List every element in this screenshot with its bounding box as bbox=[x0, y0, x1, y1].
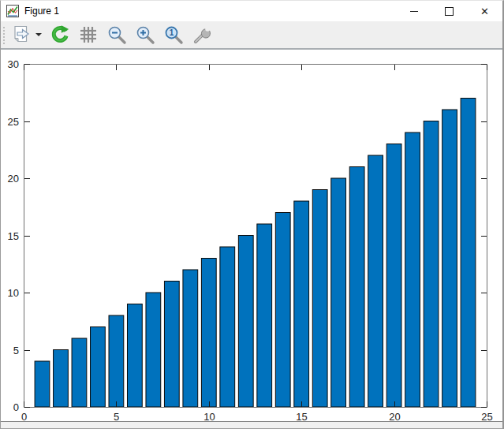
y-tick-label: 5 bbox=[13, 345, 19, 356]
bar bbox=[275, 213, 290, 408]
refresh-icon bbox=[50, 24, 70, 45]
status-bar bbox=[1, 421, 502, 428]
bar bbox=[442, 110, 457, 407]
bar bbox=[127, 304, 142, 408]
dropdown-caret-icon bbox=[35, 33, 42, 36]
bar-series bbox=[35, 99, 476, 408]
bar bbox=[146, 293, 161, 407]
bar bbox=[109, 315, 124, 407]
bar bbox=[349, 167, 364, 408]
bar bbox=[164, 282, 179, 408]
x-tick-label: 20 bbox=[389, 411, 400, 421]
y-tick-label: 10 bbox=[8, 287, 19, 299]
export-icon bbox=[10, 24, 31, 45]
bar bbox=[257, 224, 272, 407]
maximize-icon bbox=[445, 7, 454, 16]
bar bbox=[220, 247, 235, 407]
y-tick-label: 20 bbox=[8, 173, 19, 185]
zoom-in-button[interactable] bbox=[133, 23, 157, 47]
y-tick-label: 25 bbox=[8, 116, 19, 128]
minimize-button[interactable] bbox=[396, 1, 431, 21]
maximize-button[interactable] bbox=[431, 1, 467, 21]
bar bbox=[424, 121, 439, 408]
bar bbox=[201, 259, 216, 408]
zoom-out-button[interactable] bbox=[105, 23, 129, 47]
toolbar: 1 bbox=[1, 21, 502, 50]
replot-button[interactable] bbox=[48, 23, 72, 47]
x-tick-label: 0 bbox=[21, 411, 27, 421]
zoom-reset-icon: 1 bbox=[163, 24, 184, 45]
bar-chart: 0510152025051015202530 bbox=[1, 50, 502, 421]
grid-icon bbox=[78, 24, 99, 45]
y-tick-label: 30 bbox=[8, 58, 19, 70]
export-button[interactable] bbox=[7, 23, 34, 47]
export-menu-button[interactable] bbox=[34, 23, 43, 47]
bar bbox=[386, 144, 401, 408]
close-icon: ✕ bbox=[480, 6, 489, 17]
x-tick-label: 15 bbox=[296, 411, 307, 421]
window-title: Figure 1 bbox=[24, 6, 59, 17]
svg-text:1: 1 bbox=[170, 28, 174, 37]
x-tick-label: 10 bbox=[203, 411, 215, 421]
bar bbox=[35, 361, 50, 407]
bar bbox=[294, 201, 309, 407]
x-tick-label: 5 bbox=[114, 411, 119, 421]
figure-window: Figure 1 ✕ bbox=[0, 0, 504, 429]
window-controls: ✕ bbox=[396, 1, 502, 21]
bar bbox=[331, 178, 346, 407]
bar bbox=[54, 350, 69, 408]
options-button[interactable] bbox=[190, 23, 214, 47]
zoom-reset-button[interactable]: 1 bbox=[162, 23, 185, 47]
y-tick-label: 15 bbox=[8, 230, 19, 242]
bar bbox=[72, 338, 87, 407]
zoom-out-icon bbox=[106, 24, 127, 45]
toolbar-grip-handle[interactable] bbox=[2, 25, 6, 44]
figure-plot-icon bbox=[6, 5, 19, 17]
bar bbox=[183, 270, 198, 407]
bar bbox=[312, 190, 327, 408]
figure-canvas[interactable]: 0510152025051015202530 bbox=[1, 50, 502, 421]
bar bbox=[405, 132, 420, 407]
close-button[interactable]: ✕ bbox=[467, 1, 502, 21]
zoom-in-icon bbox=[135, 24, 155, 45]
minimize-icon bbox=[410, 11, 418, 12]
bar bbox=[238, 236, 253, 408]
bar bbox=[91, 327, 106, 408]
titlebar: Figure 1 ✕ bbox=[1, 1, 502, 21]
y-tick-label: 0 bbox=[13, 401, 19, 413]
wrench-icon bbox=[192, 24, 212, 45]
grid-toggle-button[interactable] bbox=[77, 23, 100, 47]
bar bbox=[461, 99, 476, 408]
x-tick-label: 25 bbox=[481, 411, 492, 421]
bar bbox=[368, 155, 383, 407]
